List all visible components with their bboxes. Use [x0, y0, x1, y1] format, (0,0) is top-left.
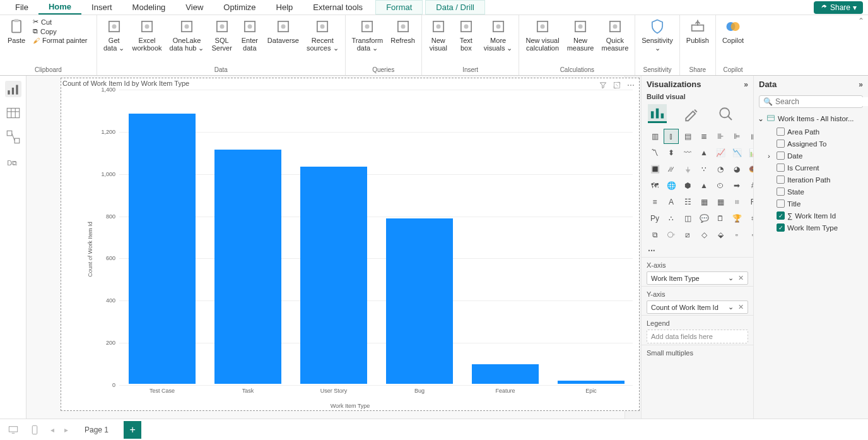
add-page-button[interactable]: +	[124, 421, 141, 439]
viz-type[interactable]: ⌗	[730, 195, 744, 209]
ribbon-btn[interactable]: Excel workbook	[128, 16, 165, 53]
viz-more-button[interactable]: ···	[642, 244, 753, 257]
viz-type[interactable]: 〽	[648, 146, 662, 160]
next-page-button[interactable]: ▸	[63, 425, 69, 434]
viz-type[interactable]: ⏲	[713, 179, 727, 193]
viz-type[interactable]: ⧂	[664, 228, 678, 242]
build-visual-tab[interactable]	[648, 104, 667, 123]
viz-type[interactable]: 🌐	[664, 179, 678, 193]
legend-drop[interactable]: Add data fields here	[647, 330, 748, 343]
viz-type[interactable]: ▥	[648, 129, 662, 143]
search-input[interactable]	[775, 97, 868, 106]
field-node[interactable]: ›Date	[755, 150, 867, 162]
fields-search[interactable]: 🔍	[759, 95, 863, 108]
ribbon-btn[interactable]: Get data ⌄	[100, 16, 128, 53]
viz-type[interactable]: ∵	[697, 162, 711, 176]
bar[interactable]	[300, 167, 367, 384]
table-node[interactable]: ⌄ Work Items - All histor...	[755, 112, 867, 126]
tab-home[interactable]: Home	[38, 0, 81, 15]
field-node[interactable]: Title	[755, 198, 867, 210]
yaxis-field[interactable]: Count of Work Item Id⌄ ✕	[647, 300, 748, 314]
viz-type[interactable]: ⧉	[648, 228, 662, 242]
viz-type[interactable]: ⧄	[681, 228, 695, 242]
bar[interactable]	[386, 218, 453, 384]
viz-type[interactable]: 〰	[681, 146, 695, 160]
field-node[interactable]: Is Current	[755, 162, 867, 174]
viz-type[interactable]: ▲	[697, 146, 711, 160]
tab-help[interactable]: Help	[266, 1, 303, 14]
tab-view[interactable]: View	[175, 1, 213, 14]
viz-type[interactable]: ◫	[681, 211, 695, 225]
tab-data-drill[interactable]: Data / Drill	[425, 0, 485, 15]
chevron-down-icon[interactable]: ⌄	[728, 303, 734, 311]
ribbon-btn[interactable]: Refresh	[387, 16, 419, 45]
viz-type[interactable]: 💬	[697, 211, 711, 225]
collapse-data-button[interactable]: »	[859, 80, 863, 89]
copy-button[interactable]: ⧉Copy	[33, 27, 88, 35]
field-node[interactable]: Iteration Path	[755, 174, 867, 186]
sensitivity-button[interactable]: Sensitivity⌄	[638, 16, 677, 53]
field-node[interactable]: ✓∑Work Item Id	[755, 210, 867, 222]
viz-type[interactable]: 🔳	[648, 162, 662, 176]
viz-type[interactable]: ☷	[681, 195, 695, 209]
ribbon-btn[interactable]: New visual calculation	[522, 16, 563, 53]
tab-optimize[interactable]: Optimize	[213, 1, 266, 14]
ribbon-btn[interactable]: New measure	[563, 16, 598, 53]
copilot-button[interactable]: Copilot	[718, 16, 748, 45]
ribbon-btn[interactable]: Quick measure	[597, 16, 632, 53]
field-node[interactable]: ✓Work Item Type	[755, 222, 867, 234]
prev-page-button[interactable]: ◂	[49, 425, 56, 434]
field-checkbox[interactable]	[777, 199, 785, 208]
viz-type[interactable]: ≣	[697, 129, 711, 143]
ribbon-btn[interactable]: New visual	[425, 16, 452, 53]
tab-external-tools[interactable]: External tools	[303, 1, 373, 14]
field-checkbox[interactable]	[777, 140, 785, 148]
field-checkbox[interactable]	[777, 175, 785, 184]
viz-type[interactable]: ➡	[730, 179, 744, 193]
ribbon-btn[interactable]: Enter data	[236, 16, 264, 53]
chevron-down-icon[interactable]: ⌄	[728, 274, 734, 282]
table-view-button[interactable]	[5, 105, 21, 121]
field-node[interactable]: Area Path	[755, 126, 867, 138]
remove-x-field[interactable]: ✕	[736, 274, 744, 282]
mobile-layout-button[interactable]	[28, 424, 42, 436]
ribbon-btn[interactable]: Text box	[452, 16, 480, 53]
viz-type[interactable]: ◇	[697, 228, 711, 242]
publish-button[interactable]: Publish	[683, 16, 713, 45]
viz-type[interactable]: A	[664, 195, 678, 209]
viz-type[interactable]: Py	[648, 211, 662, 225]
viz-type[interactable]: ▦	[697, 195, 711, 209]
viz-type[interactable]: ⊪	[713, 129, 727, 143]
tab-insert[interactable]: Insert	[81, 1, 122, 14]
format-visual-tab[interactable]	[682, 104, 701, 123]
viz-type[interactable]: ▤	[681, 129, 695, 143]
viz-type[interactable]: ⫿	[664, 129, 678, 143]
viz-type[interactable]: ▫	[730, 228, 744, 242]
desktop-layout-button[interactable]	[6, 424, 20, 436]
ribbon-btn[interactable]: SQL Server	[208, 16, 235, 53]
bar[interactable]	[472, 364, 539, 384]
tab-file[interactable]: File	[5, 1, 38, 14]
viz-type[interactable]: ◕	[730, 162, 744, 176]
viz-type[interactable]: 🏆	[730, 211, 744, 225]
viz-type[interactable]: ⏚	[681, 162, 695, 176]
field-checkbox[interactable]	[777, 187, 785, 196]
viz-type[interactable]: 🗒	[713, 211, 727, 225]
chart-visual[interactable]: Count of Work Item Id by Work Item Type …	[61, 78, 640, 411]
viz-type[interactable]: ⬍	[664, 146, 678, 160]
field-checkbox[interactable]	[777, 152, 785, 160]
ribbon-btn[interactable]: More visuals ⌄	[480, 16, 517, 53]
viz-type[interactable]: ⬙	[713, 228, 727, 242]
field-checkbox[interactable]	[777, 128, 785, 136]
share-button[interactable]: Share ▾	[814, 1, 863, 14]
report-canvas[interactable]: Count of Work Item Id by Work Item Type …	[26, 76, 625, 419]
viz-type[interactable]: ⬢	[681, 179, 695, 193]
viz-type[interactable]: ≡	[648, 195, 662, 209]
bar[interactable]	[214, 150, 281, 384]
field-node[interactable]: State	[755, 186, 867, 198]
remove-y-field[interactable]: ✕	[736, 303, 744, 311]
viz-type[interactable]: ⫻	[664, 162, 678, 176]
ribbon-btn[interactable]: OneLake data hub ⌄	[166, 16, 208, 53]
field-node[interactable]: Assigned To	[755, 138, 867, 150]
bar[interactable]	[129, 114, 196, 384]
